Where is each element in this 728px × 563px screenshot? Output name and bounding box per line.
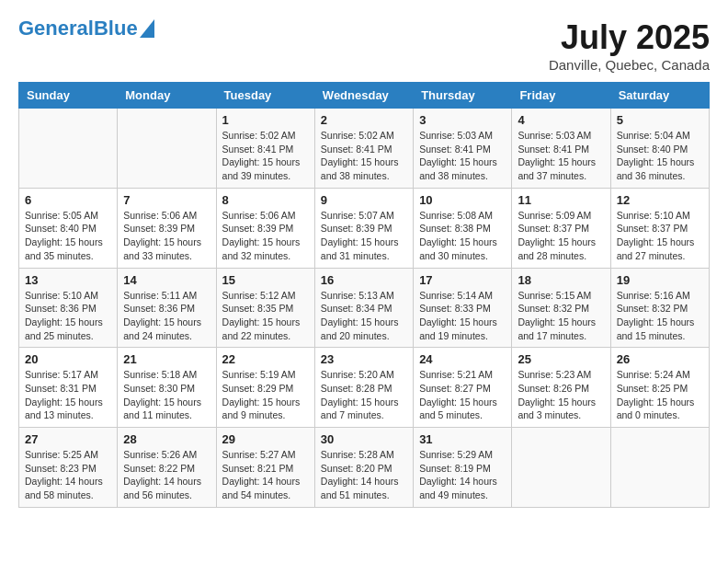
day-info: Sunrise: 5:02 AM Sunset: 8:41 PM Dayligh…: [321, 129, 407, 183]
day-number: 31: [419, 432, 506, 446]
day-info: Sunrise: 5:15 AM Sunset: 8:32 PM Dayligh…: [518, 289, 604, 343]
calendar-cell: 29Sunrise: 5:27 AM Sunset: 8:21 PM Dayli…: [216, 428, 314, 508]
day-info: Sunrise: 5:03 AM Sunset: 8:41 PM Dayligh…: [518, 129, 604, 183]
day-info: Sunrise: 5:02 AM Sunset: 8:41 PM Dayligh…: [222, 129, 309, 183]
day-info: Sunrise: 5:12 AM Sunset: 8:35 PM Dayligh…: [222, 289, 309, 343]
day-number: 7: [123, 193, 210, 207]
day-number: 26: [617, 352, 703, 366]
day-number: 15: [222, 273, 309, 287]
calendar-cell: [19, 109, 118, 189]
calendar-cell: 22Sunrise: 5:19 AM Sunset: 8:29 PM Dayli…: [216, 348, 314, 428]
title-block: July 2025 Danville, Quebec, Canada: [549, 18, 710, 73]
day-number: 29: [222, 432, 309, 446]
calendar-cell: 27Sunrise: 5:25 AM Sunset: 8:23 PM Dayli…: [19, 428, 118, 508]
page-header: GeneralBlue July 2025 Danville, Quebec, …: [18, 18, 710, 73]
day-number: 23: [321, 352, 407, 366]
logo-triangle-icon: [140, 19, 154, 38]
day-number: 10: [419, 193, 506, 207]
day-number: 2: [321, 113, 407, 127]
month-title: July 2025: [549, 18, 710, 57]
calendar-week-row: 20Sunrise: 5:17 AM Sunset: 8:31 PM Dayli…: [19, 348, 710, 428]
day-info: Sunrise: 5:13 AM Sunset: 8:34 PM Dayligh…: [321, 289, 407, 343]
day-info: Sunrise: 5:10 AM Sunset: 8:36 PM Dayligh…: [25, 289, 111, 343]
calendar-cell: [610, 428, 709, 508]
day-info: Sunrise: 5:28 AM Sunset: 8:20 PM Dayligh…: [321, 448, 407, 502]
day-info: Sunrise: 5:26 AM Sunset: 8:22 PM Dayligh…: [123, 448, 210, 502]
day-number: 20: [25, 352, 111, 366]
day-info: Sunrise: 5:14 AM Sunset: 8:33 PM Dayligh…: [419, 289, 506, 343]
day-number: 22: [222, 352, 309, 366]
weekday-header-thursday: Thursday: [414, 83, 512, 109]
day-info: Sunrise: 5:08 AM Sunset: 8:38 PM Dayligh…: [419, 209, 506, 263]
day-info: Sunrise: 5:18 AM Sunset: 8:30 PM Dayligh…: [123, 368, 210, 422]
calendar-cell: 13Sunrise: 5:10 AM Sunset: 8:36 PM Dayli…: [19, 268, 118, 348]
logo: GeneralBlue: [18, 18, 154, 39]
day-number: 13: [25, 273, 111, 287]
day-info: Sunrise: 5:16 AM Sunset: 8:32 PM Dayligh…: [617, 289, 703, 343]
day-info: Sunrise: 5:21 AM Sunset: 8:27 PM Dayligh…: [419, 368, 506, 422]
day-number: 27: [25, 432, 111, 446]
day-number: 21: [123, 352, 210, 366]
calendar-cell: 15Sunrise: 5:12 AM Sunset: 8:35 PM Dayli…: [216, 268, 314, 348]
day-info: Sunrise: 5:03 AM Sunset: 8:41 PM Dayligh…: [419, 129, 506, 183]
day-number: 4: [518, 113, 604, 127]
calendar-week-row: 6Sunrise: 5:05 AM Sunset: 8:40 PM Daylig…: [19, 188, 710, 268]
calendar-week-row: 1Sunrise: 5:02 AM Sunset: 8:41 PM Daylig…: [19, 109, 710, 189]
logo-text: GeneralBlue: [18, 18, 138, 39]
calendar-cell: 31Sunrise: 5:29 AM Sunset: 8:19 PM Dayli…: [414, 428, 512, 508]
location: Danville, Quebec, Canada: [549, 57, 710, 73]
calendar-cell: 5Sunrise: 5:04 AM Sunset: 8:40 PM Daylig…: [610, 109, 709, 189]
day-number: 25: [518, 352, 604, 366]
calendar-cell: 8Sunrise: 5:06 AM Sunset: 8:39 PM Daylig…: [216, 188, 314, 268]
calendar-cell: 30Sunrise: 5:28 AM Sunset: 8:20 PM Dayli…: [314, 428, 413, 508]
day-info: Sunrise: 5:24 AM Sunset: 8:25 PM Dayligh…: [617, 368, 703, 422]
calendar-cell: 25Sunrise: 5:23 AM Sunset: 8:26 PM Dayli…: [512, 348, 610, 428]
weekday-header-sunday: Sunday: [19, 83, 118, 109]
calendar-cell: 14Sunrise: 5:11 AM Sunset: 8:36 PM Dayli…: [118, 268, 216, 348]
calendar-cell: 18Sunrise: 5:15 AM Sunset: 8:32 PM Dayli…: [512, 268, 610, 348]
day-info: Sunrise: 5:04 AM Sunset: 8:40 PM Dayligh…: [617, 129, 703, 183]
day-info: Sunrise: 5:20 AM Sunset: 8:28 PM Dayligh…: [321, 368, 407, 422]
calendar-cell: 1Sunrise: 5:02 AM Sunset: 8:41 PM Daylig…: [216, 109, 314, 189]
calendar-cell: 17Sunrise: 5:14 AM Sunset: 8:33 PM Dayli…: [414, 268, 512, 348]
day-info: Sunrise: 5:09 AM Sunset: 8:37 PM Dayligh…: [518, 209, 604, 263]
logo-general: General: [18, 17, 94, 40]
calendar-cell: 24Sunrise: 5:21 AM Sunset: 8:27 PM Dayli…: [414, 348, 512, 428]
day-number: 3: [419, 113, 506, 127]
calendar-cell: 23Sunrise: 5:20 AM Sunset: 8:28 PM Dayli…: [314, 348, 413, 428]
day-number: 24: [419, 352, 506, 366]
calendar-cell: 12Sunrise: 5:10 AM Sunset: 8:37 PM Dayli…: [610, 188, 709, 268]
day-number: 5: [617, 113, 703, 127]
day-info: Sunrise: 5:05 AM Sunset: 8:40 PM Dayligh…: [25, 209, 111, 263]
calendar-cell: 2Sunrise: 5:02 AM Sunset: 8:41 PM Daylig…: [314, 109, 413, 189]
day-number: 16: [321, 273, 407, 287]
day-info: Sunrise: 5:06 AM Sunset: 8:39 PM Dayligh…: [123, 209, 210, 263]
day-info: Sunrise: 5:25 AM Sunset: 8:23 PM Dayligh…: [25, 448, 111, 502]
day-info: Sunrise: 5:07 AM Sunset: 8:39 PM Dayligh…: [321, 209, 407, 263]
calendar-cell: 10Sunrise: 5:08 AM Sunset: 8:38 PM Dayli…: [414, 188, 512, 268]
day-info: Sunrise: 5:19 AM Sunset: 8:29 PM Dayligh…: [222, 368, 309, 422]
calendar-week-row: 27Sunrise: 5:25 AM Sunset: 8:23 PM Dayli…: [19, 428, 710, 508]
calendar-cell: 7Sunrise: 5:06 AM Sunset: 8:39 PM Daylig…: [118, 188, 216, 268]
day-number: 12: [617, 193, 703, 207]
weekday-header-saturday: Saturday: [610, 83, 709, 109]
calendar-cell: 4Sunrise: 5:03 AM Sunset: 8:41 PM Daylig…: [512, 109, 610, 189]
calendar-cell: 20Sunrise: 5:17 AM Sunset: 8:31 PM Dayli…: [19, 348, 118, 428]
calendar-header-row: SundayMondayTuesdayWednesdayThursdayFrid…: [19, 83, 710, 109]
calendar-cell: 16Sunrise: 5:13 AM Sunset: 8:34 PM Dayli…: [314, 268, 413, 348]
day-number: 30: [321, 432, 407, 446]
weekday-header-tuesday: Tuesday: [216, 83, 314, 109]
day-number: 8: [222, 193, 309, 207]
calendar-cell: 11Sunrise: 5:09 AM Sunset: 8:37 PM Dayli…: [512, 188, 610, 268]
day-info: Sunrise: 5:06 AM Sunset: 8:39 PM Dayligh…: [222, 209, 309, 263]
day-info: Sunrise: 5:17 AM Sunset: 8:31 PM Dayligh…: [25, 368, 111, 422]
day-number: 9: [321, 193, 407, 207]
calendar-cell: 6Sunrise: 5:05 AM Sunset: 8:40 PM Daylig…: [19, 188, 118, 268]
day-number: 18: [518, 273, 604, 287]
calendar-cell: 28Sunrise: 5:26 AM Sunset: 8:22 PM Dayli…: [118, 428, 216, 508]
weekday-header-wednesday: Wednesday: [314, 83, 413, 109]
day-number: 6: [25, 193, 111, 207]
logo-blue: Blue: [94, 17, 138, 40]
calendar-table: SundayMondayTuesdayWednesdayThursdayFrid…: [18, 82, 710, 508]
calendar-cell: 21Sunrise: 5:18 AM Sunset: 8:30 PM Dayli…: [118, 348, 216, 428]
